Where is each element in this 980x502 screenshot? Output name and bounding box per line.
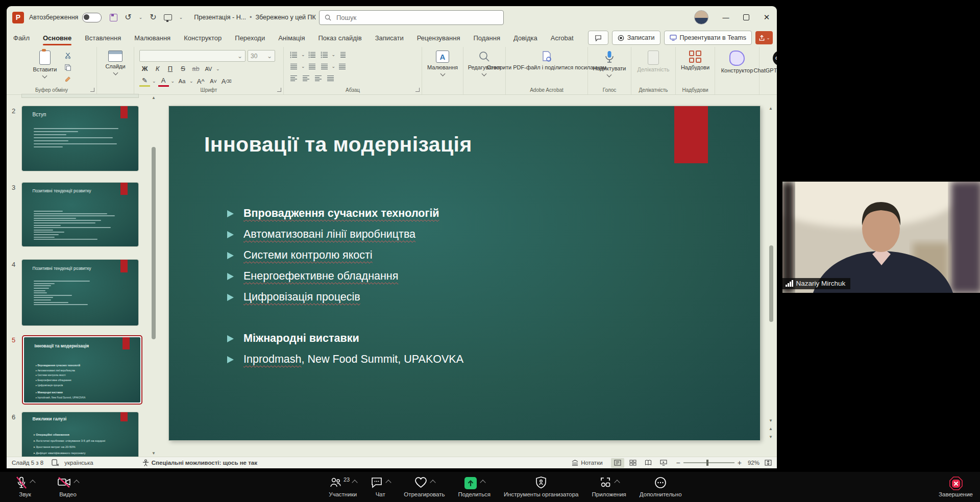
italic-button[interactable]: К — [152, 64, 163, 73]
toolbar-end-button[interactable]: Завершение — [939, 476, 973, 497]
zoom-slider[interactable] — [683, 462, 734, 463]
clear-formatting-button[interactable]: A⌫ — [221, 77, 232, 86]
toolbar-video-button[interactable]: Видео — [57, 476, 79, 497]
slide-thumbnail-3[interactable]: Позитивні тенденції розвитку — [22, 183, 138, 246]
tab-малювання[interactable]: Малювання — [128, 29, 177, 47]
columns-button[interactable] — [320, 62, 330, 71]
slide-thumbnail-2[interactable]: Вступ — [22, 106, 138, 171]
slide-bullet[interactable]: Енергоефективне обладнання — [227, 270, 463, 291]
toolbar-more-button[interactable]: Дополнительно — [640, 476, 682, 497]
tab-довідка[interactable]: Довідка — [507, 29, 544, 47]
format-painter-button[interactable] — [62, 74, 74, 83]
next-slide-button[interactable]: ▼ — [768, 435, 773, 439]
toolbar-react-button[interactable]: Отреагировать — [404, 476, 445, 497]
font-name-select[interactable]: ⌄ — [139, 50, 246, 62]
react-chevron-icon[interactable] — [430, 480, 435, 485]
multilevel-list-button[interactable] — [320, 50, 330, 59]
comments-button[interactable] — [588, 31, 608, 45]
notes-toggle[interactable]: Нотатки — [581, 460, 602, 466]
strikethrough-button[interactable]: S — [178, 64, 188, 73]
justify-button[interactable] — [326, 73, 336, 83]
slide-canvas[interactable]: Інновації та модернізація Впровадження с… — [169, 106, 760, 440]
slide-title[interactable]: Інновації та модернізація — [204, 133, 472, 157]
zoom-in-button[interactable]: + — [738, 459, 742, 467]
cut-button[interactable] — [62, 51, 74, 60]
font-size-select[interactable]: 30⌄ — [248, 50, 275, 62]
tab-показ-слайдів[interactable]: Показ слайдів — [311, 29, 368, 47]
character-spacing-button[interactable]: AV — [203, 64, 214, 73]
previous-slide-button[interactable]: ▲ — [768, 426, 773, 431]
tab-основне[interactable]: Основне — [36, 29, 78, 47]
bullets-button[interactable] — [289, 50, 299, 59]
slide-bullet[interactable]: Автоматизовані лінії виробництва — [227, 228, 463, 249]
autosave-toggle[interactable] — [82, 13, 102, 22]
thumbnail-scrollbar[interactable]: ▲ ▼ — [151, 94, 156, 457]
slideshow-view-button[interactable] — [657, 458, 670, 468]
tab-file[interactable]: Файл — [7, 29, 36, 47]
drawing-button[interactable]: A Малювання — [424, 49, 461, 77]
toolbar-chat-button[interactable]: Чат — [370, 476, 390, 497]
webcam-video[interactable]: Nazariy Mirchuk — [782, 182, 980, 293]
main-scroll-down[interactable]: ▼ — [768, 418, 773, 423]
grow-font-button[interactable]: A^ — [195, 77, 206, 86]
bold-button[interactable]: Ж — [139, 64, 150, 73]
zoom-out-button[interactable]: − — [676, 459, 680, 467]
main-scrollbar-thumb[interactable] — [769, 245, 773, 322]
slide-bullet[interactable]: Inprodmash, New Food Summit, UPAKOVKA — [227, 353, 463, 374]
slide-thumbnail-4[interactable]: Позитивні тенденції розвитку — [22, 260, 138, 325]
shrink-font-button[interactable]: A˅ — [208, 77, 219, 86]
indent-button[interactable] — [307, 62, 317, 71]
tab-подання[interactable]: Подання — [467, 29, 507, 47]
slide-bullet[interactable]: Системи контролю якості — [227, 249, 463, 270]
slide-bullet-list[interactable]: Впровадження сучасних технологійАвтомати… — [227, 207, 463, 374]
redo-icon[interactable]: ↻ — [150, 13, 156, 21]
toolbar-audio-button[interactable]: Звук — [15, 476, 35, 497]
toolbar-host-tools-button[interactable]: Инструменты организатора — [504, 476, 579, 497]
present-in-teams-button[interactable]: Презентувати в Teams — [664, 31, 752, 45]
start-slideshow-icon[interactable] — [164, 14, 172, 20]
accessibility-status[interactable]: Спеціальні можливості: щось не так — [152, 460, 257, 466]
toolbar-participants-button[interactable]: 23Участники — [329, 476, 357, 497]
editing-button[interactable]: Редагування — [465, 49, 504, 77]
audio-chevron-icon[interactable] — [30, 480, 35, 485]
saved-status[interactable]: Збережено у цей ПК — [255, 14, 315, 21]
restore-button[interactable] — [736, 10, 756, 25]
dictate-button[interactable]: Надиктувати — [590, 49, 629, 78]
change-case-button[interactable]: Aa — [177, 77, 187, 86]
scroll-up-arrow[interactable]: ▲ — [151, 95, 156, 100]
slide-bullet[interactable]: Міжнародні виставки — [227, 332, 463, 353]
clipboard-dialog-launcher[interactable] — [90, 88, 94, 92]
main-scroll-up[interactable]: ▲ — [768, 106, 773, 111]
record-button[interactable]: Записати — [612, 31, 660, 45]
underline-button[interactable]: П — [165, 64, 176, 73]
close-button[interactable]: ✕ — [756, 10, 777, 25]
line-spacing-button[interactable] — [337, 50, 348, 59]
apps-chevron-icon[interactable] — [614, 480, 620, 485]
search-box[interactable] — [319, 10, 504, 25]
thumbnail-slide1-edge[interactable] — [22, 94, 138, 97]
share-chevron-icon[interactable] — [480, 480, 486, 485]
align-center-button[interactable] — [301, 73, 311, 83]
slide-red-accent-rect[interactable] — [674, 106, 708, 163]
font-dialog-launcher[interactable] — [277, 88, 281, 92]
text-direction-button[interactable] — [337, 62, 348, 71]
participants-chevron-icon[interactable] — [352, 480, 358, 485]
double-strike-button[interactable]: ab — [190, 64, 201, 73]
accessibility-checker-icon[interactable] — [52, 459, 59, 466]
copy-button[interactable] — [62, 63, 74, 71]
numbering-button[interactable] — [307, 50, 317, 59]
scrollbar-thumb[interactable] — [152, 147, 156, 339]
align-right-button[interactable] — [313, 73, 324, 83]
reading-view-button[interactable] — [642, 458, 655, 468]
slides-button[interactable]: Слайди — [102, 49, 128, 76]
tab-анімація[interactable]: Анімація — [272, 29, 311, 47]
main-scrollbar[interactable]: ▲ ▼ ▲ ▼ — [768, 106, 774, 440]
tab-записати[interactable]: Записати — [369, 29, 410, 47]
tab-вставлення[interactable]: Вставлення — [78, 29, 128, 47]
quick-access-caret[interactable]: ⌄ — [179, 15, 183, 20]
paste-button[interactable]: Вставити — [30, 49, 60, 79]
chatgpt-button[interactable]: GPT ChatGPT PowerPoint — [751, 49, 777, 75]
paragraph-dialog-launcher[interactable] — [415, 88, 420, 92]
slide-thumbnail-5[interactable]: Інновації та модернізація▸ Впровадження … — [22, 335, 142, 405]
toolbar-apps-button[interactable]: Приложения — [592, 476, 626, 497]
